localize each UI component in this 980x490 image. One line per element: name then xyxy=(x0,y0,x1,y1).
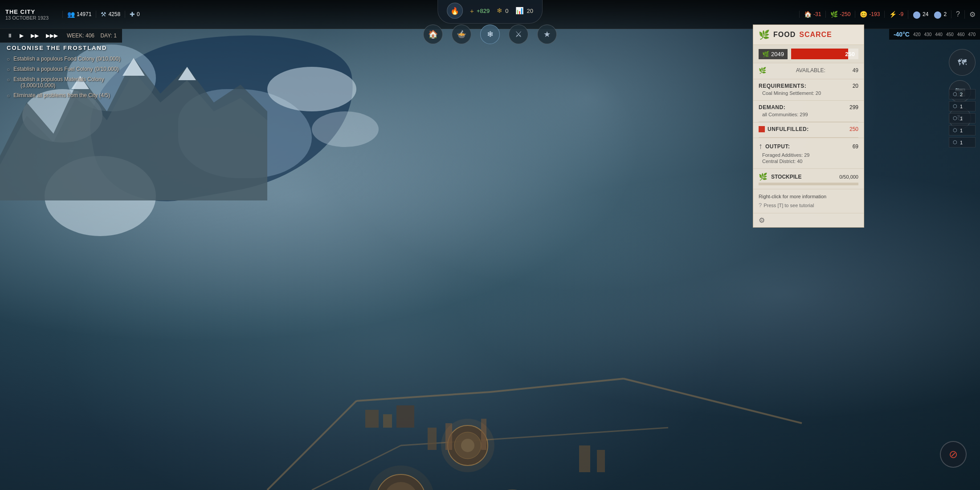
heat-zero-stat: ❄ 0 xyxy=(497,7,508,15)
food-unfulfilled-label: UNFULFILLED: xyxy=(768,126,809,132)
fr-val-2: 1 xyxy=(960,104,963,109)
sick-icon: ✚ xyxy=(130,11,135,18)
workers-value: 4258 xyxy=(108,11,120,17)
far-right-item-1: ⬡ 2 xyxy=(949,89,976,99)
fr-val-5: 1 xyxy=(960,140,963,145)
right-stat-4: ⚡ -9 xyxy=(884,11,908,18)
temperature-bar: -40°C 420 430 440 450 460 470 xyxy=(889,29,980,40)
food-panel-header: 🌿 FOOD SCARCE xyxy=(753,25,864,45)
panel-settings[interactable]: ⚙ xyxy=(753,213,864,227)
objective-2: ○ Establish a populous Fuel Colony (0/10… xyxy=(7,66,120,73)
workers-stat: ⚒ 4258 xyxy=(96,11,125,18)
food-requirements-row: REQUIREMENTS: 20 xyxy=(759,83,858,89)
gear-icon-top: ⚙ xyxy=(969,10,976,19)
right-click-info: Right-click for more information xyxy=(759,194,858,199)
fr-val-4: 1 xyxy=(960,128,963,133)
food-requirements-value: 20 xyxy=(853,83,858,89)
far-right-resource-panel: ⬡ 2 ⬡ 1 ⬡ 1 ⬡ 1 ⬡ 1 xyxy=(949,89,976,147)
right-val-2: -250 xyxy=(840,11,850,17)
food-amount-display: 🌿 2049 xyxy=(759,49,788,59)
food-requirements-sub: Coal Mining Settlement: 20 xyxy=(762,90,821,96)
food-output-row: ↑ OUTPUT: 69 xyxy=(759,142,858,151)
nav-icon-home[interactable]: 🏠 xyxy=(423,24,443,44)
food-title: FOOD xyxy=(773,31,796,39)
snowflake-icon: ❄ xyxy=(497,7,502,15)
compass-button[interactable]: ⊘ xyxy=(940,441,967,468)
map-view-button[interactable]: 🗺 xyxy=(949,49,976,76)
food-requirements-section: REQUIREMENTS: 20 Coal Mining Settlement:… xyxy=(753,79,864,100)
food-panel: 🌿 FOOD SCARCE 🌿 2049 250 🌿 AVAILABLE: 49… xyxy=(753,24,864,228)
food-icon: 🌿 xyxy=(759,29,770,40)
demand-icon: 📊 xyxy=(515,7,524,15)
output-icon: ↑ xyxy=(759,142,763,151)
tutorial-hint: ? Press [T] to see tutorial xyxy=(759,202,858,208)
nav-icon-snowflake[interactable]: ❄ xyxy=(480,24,500,44)
food-output-value: 69 xyxy=(853,143,858,150)
svg-line-9 xyxy=(713,401,802,423)
food-available-value: 49 xyxy=(853,67,858,74)
heat-icon-hub: 🔥 xyxy=(447,3,463,19)
food-status-badge: SCARCE xyxy=(799,31,832,39)
time-controls: ⏸ ▶ ▶▶ ▶▶▶ WEEK: 406 DAY: 1 xyxy=(0,29,122,43)
nav-icon-star[interactable]: ★ xyxy=(537,24,557,44)
tutorial-hint-text: Press [T] to see tutorial xyxy=(764,203,814,208)
food-available-label: AVAILABLE: xyxy=(796,67,825,74)
food-bar-fill xyxy=(791,49,848,59)
temp-tick-440: 440 xyxy=(935,32,943,37)
objective-text-3-progress: (3,000/10,000) xyxy=(13,82,55,89)
sick-value: 0 xyxy=(137,11,140,17)
food-stockpile-section: 🌿 STOCKPILE 0/50,000 xyxy=(753,168,864,189)
objective-3: ○ Establish a populous Materials Colony(… xyxy=(7,76,120,89)
stockpile-bar xyxy=(759,183,858,185)
objective-text-1: Establish a populous Food Colony (0/10,0… xyxy=(13,56,120,62)
far-right-item-5: ⬡ 1 xyxy=(949,137,976,147)
pause-button[interactable]: ⏸ xyxy=(5,32,14,40)
svg-rect-14 xyxy=(383,414,392,428)
food-demand-row: DEMAND: 299 xyxy=(759,104,858,110)
badge-circles: ⬤ 24 ⬤ 2 xyxy=(908,10,951,19)
nav-icon-food[interactable]: 🍲 xyxy=(452,24,471,44)
food-stockpile-row: 🌿 STOCKPILE 0/50,000 xyxy=(759,172,858,181)
nav-icon-shield[interactable]: ⚔ xyxy=(509,24,528,44)
sick-stat: ✚ 0 xyxy=(125,11,144,18)
far-right-item-4: ⬡ 1 xyxy=(949,125,976,135)
objective-4: ○ Eliminate all problems from the City (… xyxy=(7,92,120,99)
fast-button[interactable]: ▶▶ xyxy=(29,32,41,40)
population-icon: 👥 xyxy=(67,11,75,18)
stockpile-value: 0/50,000 xyxy=(839,174,858,180)
fr-icon-2: ⬡ xyxy=(953,103,957,109)
heat-demand-stat: 📊 20 xyxy=(515,7,533,15)
play-button[interactable]: ▶ xyxy=(18,32,25,40)
week-day-display: WEEK: 406 DAY: 1 xyxy=(67,33,117,39)
svg-marker-3 xyxy=(122,58,145,76)
temp-tick-460: 460 xyxy=(957,32,965,37)
objective-text-4: Eliminate all problems from the City (4/… xyxy=(13,92,110,98)
panel-gear-icon[interactable]: ⚙ xyxy=(759,216,765,225)
fr-val-3: 1 xyxy=(960,116,963,121)
svg-point-31 xyxy=(441,419,494,472)
right-val-4: -9 xyxy=(898,11,903,17)
food-bar-value: 250 xyxy=(845,51,855,57)
objective-bullet-4: ○ xyxy=(7,93,10,99)
food-output-label: OUTPUT: xyxy=(765,143,790,150)
food-requirements-sub-row: Coal Mining Settlement: 20 xyxy=(759,90,858,96)
population-stat: 👥 14971 xyxy=(62,11,96,18)
right-stat-3: 😊 -193 xyxy=(855,11,884,18)
far-right-item-3: ⬡ 1 xyxy=(949,113,976,123)
help-settings[interactable]: ? xyxy=(951,10,964,18)
fr-icon-5: ⬡ xyxy=(953,139,957,145)
svg-rect-13 xyxy=(365,410,379,428)
svg-rect-29 xyxy=(579,445,590,472)
food-progress-section: 🌿 2049 250 xyxy=(753,45,864,63)
svg-line-6 xyxy=(356,392,490,401)
food-demand-sub: all Communities: 299 xyxy=(762,112,808,117)
objectives-title: COLONISE THE FROSTLAND xyxy=(7,45,120,51)
circle-badge-2: 2 xyxy=(943,11,947,17)
svg-line-8 xyxy=(624,379,713,401)
city-info: THE CITY 13 OCTOBER 1923 xyxy=(0,7,62,22)
temp-tick-450: 450 xyxy=(946,32,954,37)
settings-btn[interactable]: ⚙ xyxy=(964,10,980,19)
food-amount-icon: 🌿 xyxy=(762,51,769,57)
food-available-row: 🌿 AVAILABLE: 49 xyxy=(759,67,858,74)
faster-button[interactable]: ▶▶▶ xyxy=(44,32,60,40)
